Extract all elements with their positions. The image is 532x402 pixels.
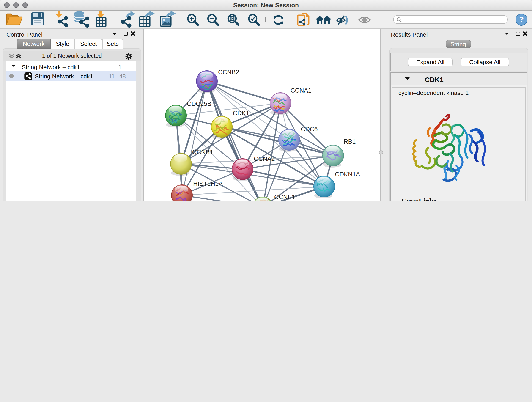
- svg-text:CDKN1A: CDKN1A: [335, 171, 360, 178]
- svg-text:CDC25B: CDC25B: [187, 100, 211, 107]
- svg-text:CCNE1: CCNE1: [274, 194, 295, 201]
- svg-text:HIST1H1A: HIST1H1A: [193, 180, 223, 187]
- svg-text:RB1: RB1: [344, 138, 356, 145]
- svg-text:CCNB2: CCNB2: [218, 69, 239, 76]
- svg-text:CCNA2: CCNA2: [254, 155, 275, 162]
- svg-text:CCNA1: CCNA1: [291, 87, 312, 94]
- svg-text:CDC6: CDC6: [301, 126, 318, 133]
- svg-text:CDK1: CDK1: [233, 110, 249, 117]
- svg-text:CCNB1: CCNB1: [192, 149, 213, 156]
